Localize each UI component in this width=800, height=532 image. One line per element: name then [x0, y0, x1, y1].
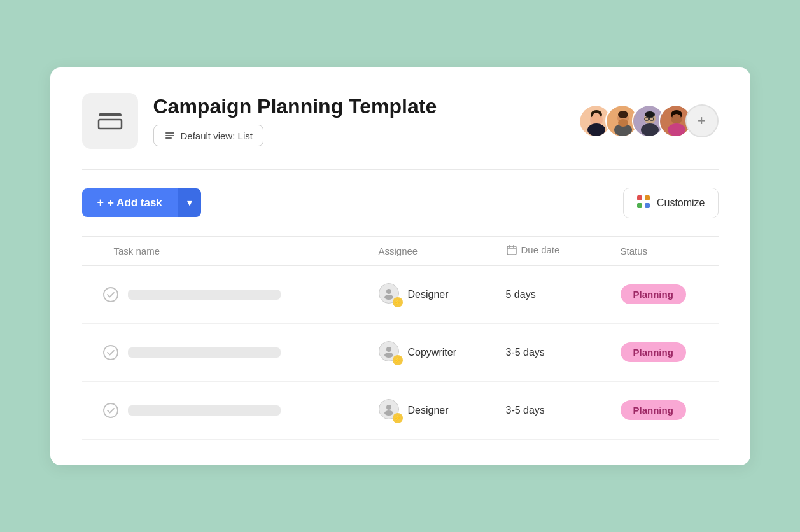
svg-point-41 — [386, 347, 391, 352]
chevron-down-icon: ▾ — [187, 197, 192, 209]
table-row: ⚡ Copywriter 3-5 days Planning — [82, 323, 719, 381]
list-view-icon — [164, 130, 176, 141]
col-due-date: Due date — [496, 236, 610, 265]
task-name-placeholder — [128, 290, 281, 300]
col-task-name: Task name — [82, 236, 368, 265]
svg-rect-30 — [645, 195, 650, 200]
plus-icon: + — [698, 113, 706, 129]
toolbar: + + Add task ▾ Customize — [82, 188, 719, 218]
customize-label: Customize — [657, 197, 705, 209]
assignee-name: Designer — [408, 289, 449, 300]
svg-point-39 — [384, 295, 393, 300]
status-cell: Planning — [610, 323, 719, 381]
person-icon — [382, 345, 395, 358]
bolt-icon: ⚡ — [393, 413, 403, 423]
add-task-dropdown-button[interactable]: ▾ — [178, 188, 201, 217]
svg-point-20 — [645, 111, 655, 118]
svg-point-37 — [104, 288, 118, 302]
svg-point-16 — [618, 119, 628, 127]
assignee-name: Designer — [408, 405, 449, 416]
task-table: Task name Assignee Due date — [82, 236, 719, 440]
task-name-cell — [82, 381, 368, 439]
status-cell: Planning — [610, 265, 719, 323]
assignee-cell: ⚡ Designer — [368, 381, 496, 439]
status-cell: Planning — [610, 381, 719, 439]
status-badge: Planning — [621, 400, 686, 420]
customize-button[interactable]: Customize — [623, 188, 719, 218]
svg-point-11 — [592, 114, 601, 123]
add-task-label: + Add task — [108, 197, 162, 209]
svg-point-43 — [104, 403, 118, 417]
check-icon[interactable] — [102, 344, 119, 361]
svg-point-10 — [587, 123, 605, 136]
view-label: Default view: List — [181, 130, 253, 141]
assignee-cell: ⚡ Copywriter — [368, 323, 496, 381]
svg-point-44 — [386, 405, 391, 410]
person-icon — [382, 287, 395, 300]
add-member-button[interactable]: + — [685, 104, 719, 137]
assignee-avatar: ⚡ — [379, 399, 402, 422]
due-date-cell: 5 days — [496, 265, 610, 323]
svg-point-28 — [672, 114, 681, 123]
svg-rect-4 — [165, 137, 172, 139]
check-icon[interactable] — [102, 286, 119, 303]
svg-point-19 — [641, 123, 659, 136]
svg-rect-29 — [637, 195, 642, 200]
svg-point-14 — [618, 111, 628, 118]
bolt-icon: ⚡ — [393, 297, 403, 307]
header-divider — [82, 169, 719, 170]
status-badge: Planning — [621, 342, 686, 362]
bolt-icon: ⚡ — [393, 355, 403, 365]
col-assignee: Assignee — [368, 236, 496, 265]
calendar-icon — [506, 244, 517, 256]
svg-point-38 — [386, 289, 391, 294]
customize-icon — [636, 195, 650, 211]
table-row: ⚡ Designer 5 days Planning — [82, 265, 719, 323]
svg-rect-2 — [165, 132, 174, 134]
person-icon — [382, 403, 395, 416]
assignee-avatar: ⚡ — [379, 341, 402, 364]
add-task-group: + + Add task ▾ — [82, 188, 201, 217]
status-badge: Planning — [621, 284, 686, 304]
due-date-cell: 3-5 days — [496, 381, 610, 439]
svg-rect-33 — [507, 246, 516, 255]
svg-rect-3 — [165, 135, 174, 136]
col-status: Status — [610, 236, 719, 265]
svg-rect-31 — [637, 203, 642, 208]
table-header-row: Task name Assignee Due date — [82, 236, 719, 265]
header: Campaign Planning Template Default view:… — [82, 93, 719, 149]
task-name-cell — [82, 323, 368, 381]
svg-rect-1 — [99, 120, 122, 129]
view-badge[interactable]: Default view: List — [153, 125, 263, 146]
assignee-cell: ⚡ Designer — [368, 265, 496, 323]
task-name-cell — [82, 265, 368, 323]
check-icon[interactable] — [102, 402, 119, 419]
task-name-placeholder — [128, 347, 281, 358]
assignee-avatar: ⚡ — [379, 283, 402, 306]
svg-point-42 — [384, 353, 393, 358]
task-name-placeholder — [128, 405, 281, 416]
avatar-group: + — [579, 104, 719, 137]
svg-point-40 — [104, 346, 118, 360]
add-icon: + — [97, 196, 104, 209]
svg-rect-0 — [99, 113, 122, 116]
add-task-button[interactable]: + + Add task — [82, 188, 178, 217]
app-icon — [82, 93, 138, 149]
svg-point-45 — [384, 410, 393, 416]
main-card: Campaign Planning Template Default view:… — [50, 67, 750, 465]
svg-rect-32 — [645, 203, 650, 208]
table-row: ⚡ Designer 3-5 days Planning — [82, 381, 719, 439]
page-title: Campaign Planning Template — [153, 95, 563, 118]
assignee-name: Copywriter — [408, 347, 456, 358]
due-date-cell: 3-5 days — [496, 323, 610, 381]
header-text: Campaign Planning Template Default view:… — [153, 95, 563, 146]
svg-point-27 — [668, 123, 685, 136]
